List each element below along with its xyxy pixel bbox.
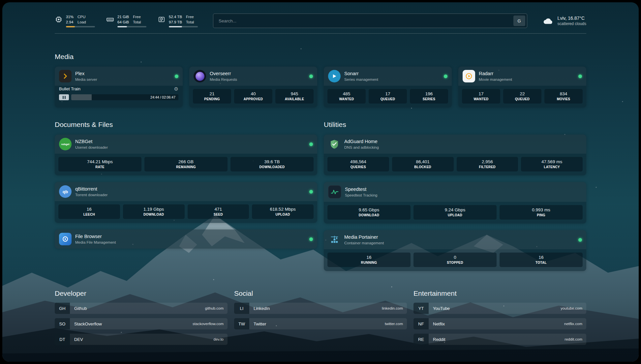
- status-dot: [309, 75, 313, 78]
- service-card-adguard: AdGuard Home DNS and adblocking 498,564Q…: [324, 135, 586, 175]
- bookmark-url: dev.to: [214, 337, 224, 341]
- adguard-shield-icon: [328, 138, 341, 150]
- stat-queued: 22QUEUED: [503, 89, 541, 104]
- overseerr-icon: [194, 70, 206, 82]
- service-card-plex: Plex Media server Bullet Train ⚙ 24:: [55, 67, 183, 107]
- section-title-social: Social: [234, 289, 407, 297]
- service-desc: Usenet downloader: [75, 145, 108, 149]
- plex-icon: [59, 70, 72, 82]
- status-dot: [309, 237, 313, 241]
- service-name: AdGuard Home: [344, 139, 379, 144]
- stat-download: 9.65 GbpsDOWNLOAD: [327, 205, 411, 220]
- stat-rate: 744.21 MbpsRATE: [58, 157, 141, 171]
- service-card-qbittorrent: qb qBittorrent Torrent downloader 16LEEC…: [55, 182, 317, 223]
- disk-widget: 52.4 TB 97.9 TB Free Total: [158, 14, 198, 27]
- playback-progress-bar[interactable]: 24:44 / 02:06:47: [71, 94, 178, 100]
- bookmark-abbr: RE: [413, 334, 429, 345]
- bookmark-url: linkedin.com: [382, 306, 403, 310]
- disk-free-value: 52.4 TB: [169, 14, 182, 19]
- bookmark-abbr: GH: [55, 303, 70, 314]
- portainer-crane-icon: [328, 233, 341, 246]
- disk-icon: [158, 15, 166, 23]
- service-desc: Series management: [344, 77, 378, 81]
- service-desc: DNS and adblocking: [344, 145, 379, 149]
- section-title-documents: Documents & Files: [55, 121, 317, 129]
- bookmark-linkedin[interactable]: LI LinkedIn linkedin.com: [234, 303, 407, 314]
- stat-filtered: 2,956FILTERED: [457, 157, 518, 171]
- cpu-widget: 31% 2.94 CPU Load: [55, 14, 95, 27]
- search-input[interactable]: [218, 18, 513, 24]
- cloud-icon: [542, 16, 554, 25]
- bookmark-github[interactable]: GH Github github.com: [55, 303, 228, 314]
- nzbget-icon: nzbget: [59, 138, 72, 150]
- bookmark-abbr: TW: [234, 318, 249, 329]
- weather-widget: Lviv, 16.87°C scattered clouds: [542, 15, 586, 26]
- stat-blocked: 86,401BLOCKED: [392, 157, 454, 171]
- service-card-overseerr: Overseerr Media Requests 21PENDING 40APP…: [189, 67, 317, 107]
- overseerr-link[interactable]: Overseerr Media Requests: [189, 67, 317, 86]
- status-dot: [309, 142, 313, 146]
- stat-series: 196SERIES: [410, 89, 448, 104]
- bookmark-reddit[interactable]: RE Reddit reddit.com: [413, 334, 586, 345]
- stat-ping: 0.993 msPING: [500, 205, 583, 220]
- radarr-link[interactable]: Radarr Movie management: [458, 67, 586, 86]
- sonarr-link[interactable]: Sonarr Series management: [324, 67, 452, 86]
- service-desc: Torrent downloader: [75, 193, 107, 197]
- utilities-column: Utilities AdGuard Home: [324, 121, 586, 271]
- service-desc: Media File Management: [75, 240, 116, 244]
- bookmark-dev[interactable]: DT DEV dev.to: [55, 334, 228, 345]
- disk-total-value: 97.9 TB: [169, 19, 182, 25]
- status-dot: [175, 75, 178, 78]
- service-desc: Media server: [75, 77, 97, 81]
- stat-running: 16RUNNING: [327, 253, 411, 267]
- bookmark-stackoverflow[interactable]: SO StackOverflow stackoverflow.com: [55, 318, 228, 329]
- section-title-media: Media: [55, 53, 586, 61]
- bookmark-abbr: LI: [234, 303, 249, 314]
- search-bar: G: [213, 14, 527, 28]
- service-name: Sonarr: [344, 71, 378, 76]
- dashboard-window: 31% 2.94 CPU Load: [2, 2, 639, 362]
- speedtest-pulse-icon: [328, 185, 341, 198]
- adguard-link[interactable]: AdGuard Home DNS and adblocking: [324, 135, 586, 154]
- section-title-developer: Developer: [55, 289, 228, 297]
- snow-specks: [2, 2, 3, 3]
- bookmark-youtube[interactable]: YT YouTube youtube.com: [413, 303, 586, 314]
- stat-leech: 16LEECH: [58, 204, 120, 219]
- stat-queries: 498,564QUERIES: [327, 157, 389, 171]
- bookmark-netflix[interactable]: NF Netflix netflix.com: [413, 318, 586, 329]
- bookmark-name: Reddit: [433, 337, 445, 342]
- stat-movies: 834MOVIES: [544, 89, 583, 104]
- memory-label-top: Free: [133, 14, 141, 19]
- cpu-load-value: 2.94: [66, 19, 74, 25]
- speedtest-link[interactable]: Speedtest Speedtest Tracking: [324, 182, 586, 202]
- memory-total-value: 64 GiB: [117, 19, 129, 25]
- portainer-link[interactable]: Media Portainer Container management: [324, 230, 586, 249]
- pause-button[interactable]: [59, 94, 69, 100]
- sonarr-icon: [328, 70, 341, 82]
- service-card-sonarr: Sonarr Series management 485WANTED 17QUE…: [324, 67, 452, 107]
- plex-link[interactable]: Plex Media server: [55, 67, 183, 86]
- cpu-icon: [55, 15, 63, 23]
- media-grid: Plex Media server Bullet Train ⚙ 24:: [55, 67, 586, 107]
- filebrowser-link[interactable]: File Browser Media File Management: [55, 229, 317, 249]
- stat-total: 16TOTAL: [500, 253, 583, 267]
- bookmark-abbr: SO: [55, 318, 70, 329]
- playback-time: 24:44 / 02:06:47: [150, 95, 175, 99]
- filebrowser-icon: [59, 233, 72, 245]
- memory-label-bottom: Total: [133, 19, 141, 25]
- service-card-radarr: Radarr Movie management 17WANTED 22QUEUE…: [458, 67, 586, 107]
- qbittorrent-link[interactable]: qb qBittorrent Torrent downloader: [55, 182, 317, 201]
- status-dot: [309, 190, 313, 194]
- nzbget-link[interactable]: nzbget NZBGet Usenet downloader: [55, 135, 317, 154]
- memory-free-value: 21 GiB: [117, 14, 129, 19]
- bookmark-name: StackOverflow: [74, 321, 102, 326]
- search-provider-button[interactable]: G: [513, 15, 525, 26]
- stat-available: 945AVAILABLE: [275, 89, 314, 104]
- service-name: qBittorrent: [75, 186, 107, 192]
- status-dot: [578, 75, 582, 78]
- bookmark-twitter[interactable]: TW Twitter twitter.com: [234, 318, 407, 329]
- service-name: NZBGet: [75, 139, 108, 144]
- bookmark-name: Github: [74, 306, 87, 311]
- gear-icon[interactable]: ⚙: [174, 86, 178, 91]
- stat-latency: 47.569 msLATENCY: [521, 157, 583, 171]
